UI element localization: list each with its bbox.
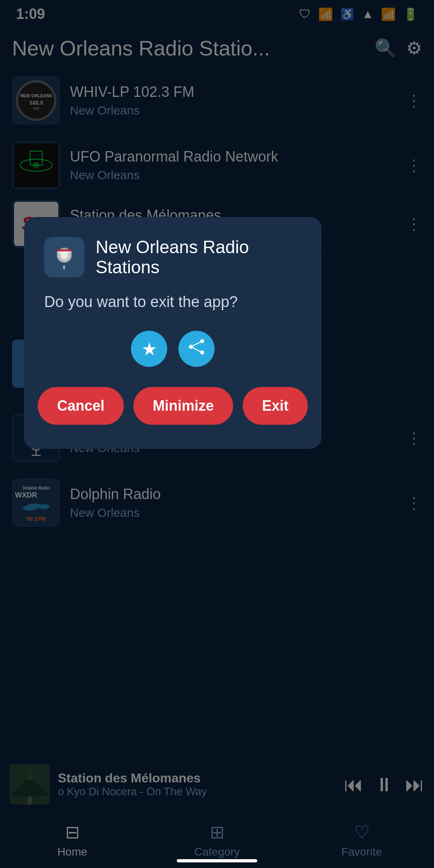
dialog-app-icon: 🎙 [44,237,84,277]
svg-text:🎙: 🎙 [62,265,67,270]
dialog-header: 🎙 New Orleans Radio Stations [44,237,301,277]
dialog-buttons: Cancel Minimize Exit [44,387,301,425]
dialog-message: Do you want to exit the app? [44,293,301,311]
favorite-button[interactable]: ★ [131,331,167,367]
home-indicator [177,859,257,862]
star-icon: ★ [141,339,157,359]
cancel-button[interactable]: Cancel [38,387,124,425]
exit-button[interactable]: Exit [243,387,308,425]
svg-line-17 [191,341,202,347]
svg-rect-11 [57,249,72,252]
svg-rect-12 [57,252,72,253]
dialog-action-icons: ★ [44,331,301,367]
share-button[interactable] [178,331,215,367]
share-icon [188,338,205,360]
dialog-overlay: 🎙 New Orleans Radio Stations Do you want… [0,0,434,868]
dialog-title: New Orleans Radio Stations [96,237,301,277]
svg-line-18 [191,347,202,352]
exit-dialog: 🎙 New Orleans Radio Stations Do you want… [24,217,321,449]
minimize-button[interactable]: Minimize [133,387,233,425]
